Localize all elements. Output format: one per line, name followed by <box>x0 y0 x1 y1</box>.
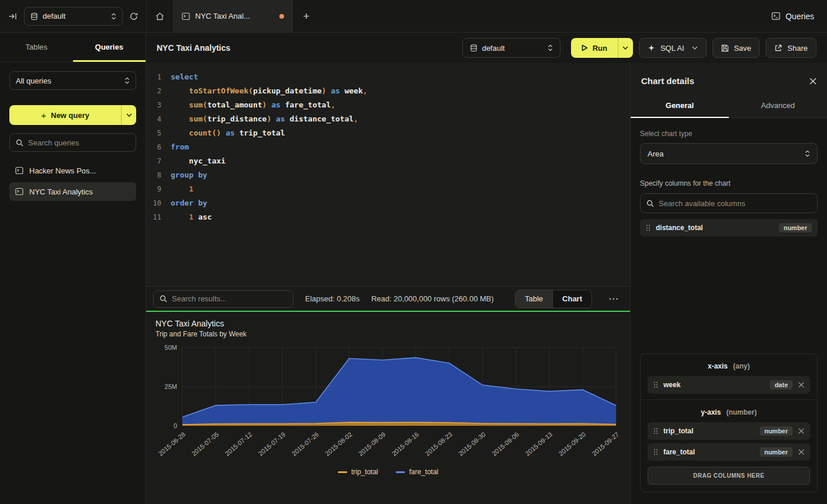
share-button[interactable]: Share <box>766 38 816 58</box>
legend-swatch <box>338 471 347 473</box>
save-icon <box>721 44 729 52</box>
query-filter-select[interactable]: All queries <box>9 71 136 90</box>
legend-item[interactable]: trip_total <box>338 468 378 476</box>
column-item[interactable]: fare_totalnumber <box>648 443 810 461</box>
tab-advanced[interactable]: Advanced <box>729 95 827 117</box>
editor-line[interactable]: 2 toStartOfWeek(pickup_datetime) as week… <box>146 84 630 98</box>
editor-line[interactable]: 8group by <box>146 168 630 182</box>
code-text: sum(trip_distance) as distance_total, <box>171 112 358 126</box>
editor-line[interactable]: 1select <box>146 70 630 84</box>
app-root: default NYC Taxi Anal... + <box>0 0 827 504</box>
code-text: nyc_taxi <box>171 154 226 168</box>
search-queries-input[interactable] <box>28 138 130 147</box>
sql-ai-button[interactable]: SQL AI <box>639 38 707 58</box>
main: NYC Taxi Analytics default Run <box>146 33 827 504</box>
chevron-down-icon <box>126 113 132 117</box>
column-item[interactable]: trip_totalnumber <box>648 422 810 440</box>
editor-line[interactable]: 6from <box>146 140 630 154</box>
chart-type-value: Area <box>648 150 663 158</box>
sql-editor[interactable]: 1select2 toStartOfWeek(pickup_datetime) … <box>146 63 630 286</box>
run-button[interactable]: Run <box>571 38 633 58</box>
code-text: toStartOfWeek(pickup_datetime) as week, <box>171 84 368 98</box>
unsaved-dot <box>279 14 284 19</box>
sidebar-query-item[interactable]: Hacker News Pos... <box>9 161 136 180</box>
chart-subtitle: Trip and Fare Totals by Week <box>155 330 621 338</box>
sidebar-collapse-icon[interactable] <box>8 12 17 20</box>
editor-line[interactable]: 9 1 <box>146 182 630 196</box>
line-number: 8 <box>146 168 171 182</box>
new-tab-button[interactable]: + <box>293 0 320 32</box>
drag-handle-icon[interactable] <box>653 427 658 435</box>
line-number: 3 <box>146 98 171 112</box>
editor-line[interactable]: 11 1 asc <box>146 210 630 224</box>
save-label: Save <box>734 44 752 53</box>
query-icon <box>15 166 23 175</box>
column-type-badge: date <box>770 380 793 390</box>
sparkle-icon <box>648 44 655 52</box>
drag-handle-icon[interactable] <box>646 224 650 231</box>
code-text: count() as trip_total <box>171 126 285 140</box>
svg-text:2015-08-02: 2015-08-02 <box>324 430 354 457</box>
remove-column-icon[interactable] <box>798 428 804 434</box>
main-header: NYC Taxi Analytics default Run <box>146 33 827 63</box>
editor-line[interactable]: 4 sum(trip_distance) as distance_total, <box>146 112 630 126</box>
chart-type-select[interactable]: Area <box>640 143 818 164</box>
sql-ai-dropdown[interactable] <box>692 46 698 50</box>
svg-text:2015-07-05: 2015-07-05 <box>191 430 220 457</box>
remove-column-icon[interactable] <box>798 382 804 388</box>
editor-line[interactable]: 5 count() as trip_total <box>146 126 630 140</box>
header-database-selector[interactable]: default <box>462 38 560 58</box>
legend-swatch <box>396 471 405 473</box>
queries-button[interactable]: Queries <box>771 12 814 21</box>
editor-line[interactable]: 10order by <box>146 196 630 210</box>
home-tab[interactable] <box>147 0 174 32</box>
search-results-input[interactable] <box>172 294 287 303</box>
editor-line[interactable]: 3 sum(total_amount) as fare_total, <box>146 98 630 112</box>
line-number: 6 <box>146 140 171 154</box>
remove-column-icon[interactable] <box>798 449 804 455</box>
columns-search <box>640 193 818 213</box>
search-icon <box>646 200 654 207</box>
svg-text:2015-07-26: 2015-07-26 <box>290 430 320 457</box>
run-dropdown[interactable] <box>618 38 633 58</box>
topbar-database-selector[interactable]: default <box>24 7 123 26</box>
editor-line[interactable]: 7 nyc_taxi <box>146 154 630 168</box>
drag-handle-icon[interactable] <box>653 381 658 388</box>
new-query-dropdown[interactable] <box>121 105 136 125</box>
tab-general[interactable]: General <box>631 95 729 117</box>
column-type-badge: number <box>760 426 793 436</box>
new-query-button[interactable]: + New query <box>9 105 136 125</box>
tab-tables[interactable]: Tables <box>0 33 73 61</box>
results-toolbar: Elapsed: 0.208s Read: 20,000,000 rows (2… <box>146 286 630 311</box>
drag-handle-icon[interactable] <box>653 449 658 456</box>
chart-type-label: Select chart type <box>640 130 818 138</box>
more-options-icon[interactable]: ⋯ <box>604 293 623 305</box>
close-icon[interactable] <box>809 78 816 85</box>
sidebar-query-item[interactable]: NYC Taxi Analytics <box>9 182 136 201</box>
svg-text:2015-07-12: 2015-07-12 <box>224 430 254 457</box>
save-button[interactable]: Save <box>712 38 760 58</box>
elapsed-stat: Elapsed: 0.208s <box>305 294 359 303</box>
drop-zone[interactable]: DRAG COLUMNS HERE <box>648 467 810 485</box>
sidebar-search <box>9 133 136 152</box>
page-title: NYC Taxi Analytics <box>157 43 230 53</box>
share-label: Share <box>787 44 808 53</box>
x-axis-label: x-axis <box>708 362 728 370</box>
view-chart-button[interactable]: Chart <box>552 290 591 308</box>
svg-text:2015-06-28: 2015-06-28 <box>157 430 186 457</box>
results-chart-svg: 025M50M2015-06-282015-07-052015-07-12201… <box>155 343 621 467</box>
tab-title: NYC Taxi Anal... <box>195 12 274 20</box>
column-item[interactable]: weekdate <box>648 376 810 394</box>
code-text: order by <box>171 196 207 210</box>
y-axis-section: y-axis (number) trip_totalnumberfare_tot… <box>641 399 817 485</box>
read-stat: Read: 20,000,000 rows (260.00 MB) <box>371 294 494 303</box>
refresh-icon[interactable] <box>130 12 138 20</box>
available-columns-list: distance_totalnumber <box>640 219 818 240</box>
search-columns-input[interactable] <box>659 199 811 208</box>
view-table-button[interactable]: Table <box>515 290 552 308</box>
chart-legend: trip_totalfare_total <box>155 468 621 476</box>
column-item[interactable]: distance_totalnumber <box>640 219 818 237</box>
legend-item[interactable]: fare_total <box>396 468 438 476</box>
tab-queries[interactable]: Queries <box>73 33 146 61</box>
tab-nyc-taxi-analytics[interactable]: NYC Taxi Anal... <box>174 0 293 32</box>
